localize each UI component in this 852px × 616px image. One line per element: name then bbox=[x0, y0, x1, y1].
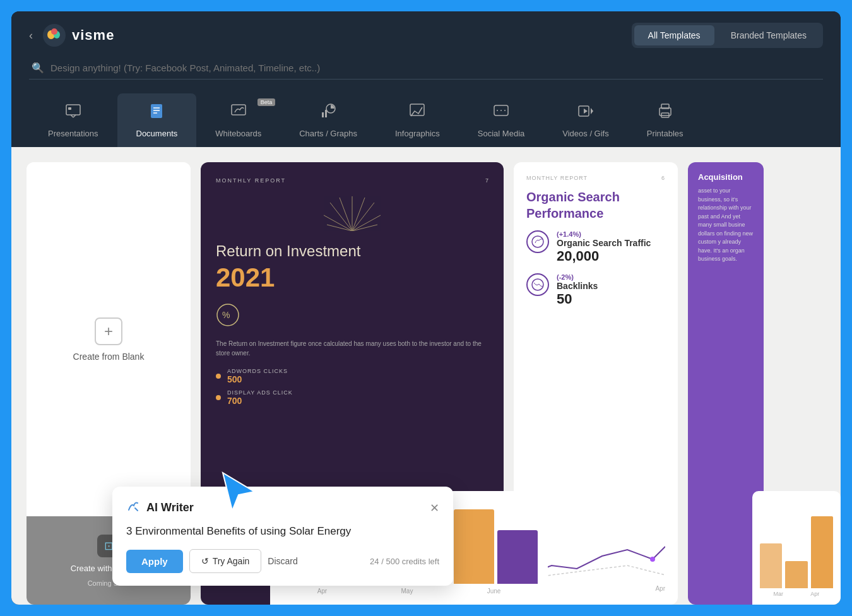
svg-marker-22 bbox=[591, 108, 593, 114]
metric2-name: Backlinks bbox=[557, 281, 598, 291]
credits-label: credits left bbox=[402, 557, 439, 566]
tab-social-media[interactable]: Social Media bbox=[459, 93, 543, 147]
svg-rect-14 bbox=[322, 112, 324, 117]
r-label-2: Apr bbox=[810, 591, 819, 597]
apply-button[interactable]: Apply bbox=[126, 550, 183, 573]
svg-line-30 bbox=[330, 203, 352, 231]
back-button[interactable]: ‹ bbox=[29, 29, 33, 42]
popup-title: AI Writer bbox=[146, 501, 194, 514]
tab-infographics-label: Infographics bbox=[395, 129, 440, 138]
roi-desc: The Return on Investment figure once cal… bbox=[216, 339, 488, 358]
bar-jun-1 bbox=[454, 509, 494, 584]
svg-rect-8 bbox=[151, 104, 162, 118]
tab-charts-graphs-label: Charts / Graphs bbox=[299, 129, 357, 138]
svg-marker-23 bbox=[584, 109, 588, 114]
svg-line-31 bbox=[352, 203, 374, 231]
presentations-icon bbox=[64, 102, 82, 124]
create-blank-button[interactable]: + bbox=[95, 317, 122, 345]
tab-presentations[interactable]: Presentations bbox=[29, 93, 117, 147]
tab-whiteboards-label: Whiteboards bbox=[215, 129, 261, 138]
popup-title-area: AI Writer bbox=[126, 499, 194, 516]
documents-icon bbox=[148, 102, 165, 124]
search-bar: 🔍 bbox=[29, 57, 823, 80]
metric2-label: DISPLAY ADS CLICK bbox=[227, 389, 293, 396]
report-num1: 7 bbox=[485, 177, 488, 184]
tab-presentations-label: Presentations bbox=[48, 129, 98, 138]
svg-marker-41 bbox=[223, 473, 254, 511]
roi-title: Return on Investment bbox=[216, 242, 488, 260]
organic-search-title: Organic Search Performance bbox=[526, 189, 665, 222]
main-content: + Create from Blank ⊡ Create with Visme … bbox=[11, 147, 841, 605]
metric-circle-1 bbox=[526, 230, 549, 253]
beta-badge: Beta bbox=[257, 98, 276, 106]
ai-writer-icon bbox=[126, 499, 140, 516]
bar-label-jun: June bbox=[487, 588, 501, 595]
nav-tabs: Presentations Documents Beta Whiteboards bbox=[29, 88, 823, 147]
try-again-button[interactable]: ↺ Try Again bbox=[189, 549, 262, 573]
monthly-report-label2: MONTHLY REPORT bbox=[526, 175, 588, 181]
visme-logo-text: visme bbox=[72, 27, 114, 44]
metric-block-2: (-2%) Backlinks 50 bbox=[526, 273, 665, 307]
tab-whiteboards[interactable]: Beta Whiteboards bbox=[196, 93, 280, 147]
tab-videos-gifs[interactable]: Videos / Gifs bbox=[543, 93, 627, 147]
bar-jun-2 bbox=[497, 530, 538, 584]
videos-icon bbox=[577, 102, 595, 124]
roi-year: 2021 bbox=[216, 263, 488, 293]
charts-icon bbox=[319, 102, 337, 124]
metric-row-1: ADWORDS CLICKS 500 bbox=[216, 368, 488, 384]
popup-actions: Apply ↺ Try Again Discard 24 / 500 credi… bbox=[126, 549, 439, 573]
popup-header: AI Writer ✕ bbox=[126, 499, 439, 516]
top-bar: ‹ visme All Templates Branded Templates bbox=[29, 23, 823, 48]
refresh-icon: ↺ bbox=[201, 556, 209, 566]
right-bar-chart: Mar Apr bbox=[752, 491, 841, 605]
svg-rect-12 bbox=[232, 105, 246, 115]
create-blank-label: Create from Blank bbox=[73, 352, 145, 362]
credits-info: 24 / 500 credits left bbox=[370, 557, 439, 566]
report-num2: 6 bbox=[661, 175, 665, 181]
social-media-icon bbox=[492, 102, 510, 124]
search-icon: 🔍 bbox=[32, 62, 44, 74]
r-bar-1 bbox=[760, 543, 782, 588]
header: ‹ visme All Templates Branded Templates … bbox=[11, 11, 841, 147]
svg-point-40 bbox=[650, 557, 655, 562]
ai-writer-content: 3 Environmental Benefits of using Solar … bbox=[126, 525, 439, 538]
tab-branded-templates[interactable]: Branded Templates bbox=[717, 25, 820, 45]
svg-point-38 bbox=[532, 236, 543, 247]
tab-documents[interactable]: Documents bbox=[117, 93, 197, 147]
svg-point-19 bbox=[500, 110, 502, 111]
metric-circle-2 bbox=[526, 273, 549, 296]
tab-all-templates[interactable]: All Templates bbox=[634, 25, 714, 45]
tab-infographics[interactable]: Infographics bbox=[376, 93, 459, 147]
metric-row-2: DISPLAY ADS CLICK 700 bbox=[216, 389, 488, 406]
metric2-big: 50 bbox=[557, 291, 598, 307]
metric-dot-1 bbox=[216, 374, 221, 379]
bar-label-may: May bbox=[401, 588, 413, 595]
tab-printables[interactable]: Printables bbox=[628, 93, 702, 147]
metric1-value: 500 bbox=[227, 374, 288, 384]
monthly-report-label1: MONTHLY REPORT bbox=[216, 177, 286, 184]
visme-logo-icon bbox=[43, 24, 66, 47]
metric2-change: (-2%) bbox=[557, 273, 598, 281]
tab-documents-label: Documents bbox=[136, 129, 178, 138]
metric2-value: 700 bbox=[227, 396, 293, 406]
popup-close-button[interactable]: ✕ bbox=[430, 501, 439, 515]
tab-charts-graphs[interactable]: Charts / Graphs bbox=[280, 93, 376, 147]
printables-icon bbox=[656, 102, 674, 124]
tab-social-media-label: Social Media bbox=[478, 129, 524, 138]
logo-area: ‹ visme bbox=[29, 24, 114, 47]
discard-button[interactable]: Discard bbox=[268, 556, 297, 566]
svg-point-18 bbox=[497, 110, 498, 111]
search-input[interactable] bbox=[50, 62, 429, 73]
blank-card-top: + Create from Blank bbox=[27, 162, 191, 516]
svg-line-32 bbox=[340, 198, 352, 231]
metric-block-1: (+1.4%) Organic Search Traffic 20,000 bbox=[526, 230, 665, 264]
credits-total: 500 bbox=[386, 557, 399, 566]
cursor-arrow bbox=[220, 470, 257, 516]
tab-videos-gifs-label: Videos / Gifs bbox=[562, 129, 608, 138]
metric1-label: ADWORDS CLICKS bbox=[227, 368, 288, 374]
svg-point-3 bbox=[51, 28, 57, 35]
whiteboards-icon bbox=[230, 102, 247, 124]
r-label-1: Mar bbox=[774, 591, 784, 597]
r-bar-2 bbox=[785, 561, 807, 588]
svg-rect-7 bbox=[68, 107, 71, 110]
